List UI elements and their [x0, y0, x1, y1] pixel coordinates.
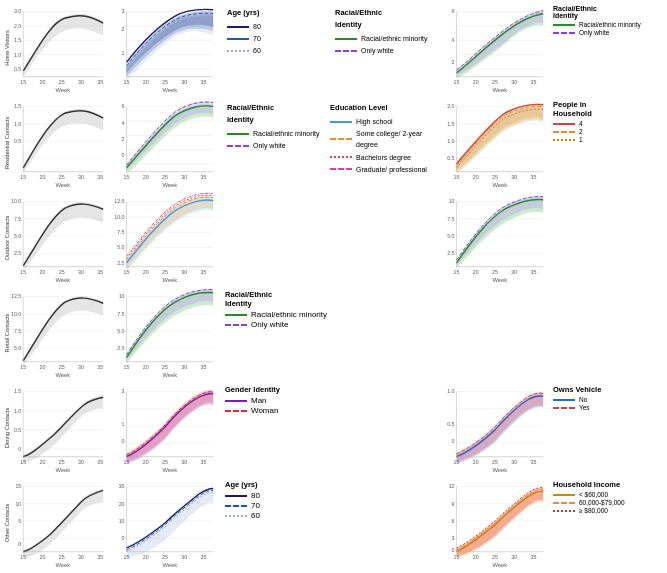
racial-legend-3-title: Racial/EthnicIdentity: [225, 290, 435, 308]
svg-text:12.5: 12.5: [114, 199, 124, 205]
svg-text:35: 35: [201, 79, 207, 85]
household-income-legend-title: Household Income: [553, 480, 664, 489]
svg-text:20: 20: [143, 269, 149, 275]
svg-text:25: 25: [492, 554, 498, 560]
legend-item-grad: Graduate/ professional: [330, 164, 433, 175]
svg-text:15: 15: [124, 269, 130, 275]
svg-text:30: 30: [78, 269, 84, 275]
svg-text:0.5: 0.5: [447, 155, 454, 161]
racial-identity-top-right-legend: Racial/EthnicIdentity Racial/ethnic mino…: [550, 0, 667, 95]
svg-text:1.0: 1.0: [447, 138, 454, 144]
svg-text:35: 35: [97, 459, 103, 465]
svg-text:20: 20: [473, 269, 479, 275]
svg-text:Week: Week: [55, 182, 70, 188]
racial-legend-1: Racial/EthnicIdentity Racial/ethnic mino…: [330, 2, 438, 60]
svg-text:20: 20: [40, 269, 46, 275]
svg-text:25: 25: [162, 79, 168, 85]
svg-text:25: 25: [492, 269, 498, 275]
svg-text:0: 0: [452, 438, 455, 444]
dining-vehicle-chart: 1.0 0.5 0 15 20 25 30 35 Week: [440, 380, 550, 475]
svg-text:1: 1: [122, 50, 125, 56]
residential-people-chart: 2.0 1.5 1.0 0.5 15 20 25 30 35 Week: [440, 95, 550, 190]
svg-text:20: 20: [40, 79, 46, 85]
legend-item-60-79k: 60,000-$79,000: [553, 499, 664, 506]
svg-text:15: 15: [454, 174, 460, 180]
row4-col4-empty: [440, 285, 550, 380]
home-visitors-racial-chart: 6 4 2 15 20 25 30 35 Week: [440, 0, 550, 95]
other-age-chart: 30 20 10 0 15 20 25 30 35 Week: [110, 475, 220, 570]
svg-text:20: 20: [40, 174, 46, 180]
svg-text:5.0: 5.0: [447, 233, 454, 239]
svg-text:2: 2: [452, 59, 455, 65]
row4-legend-area: Racial/EthnicIdentity Racial/ethnic mino…: [220, 285, 440, 380]
row3-col3-empty: [220, 190, 440, 285]
svg-text:15: 15: [20, 364, 26, 370]
svg-text:35: 35: [201, 269, 207, 275]
svg-text:30: 30: [511, 79, 517, 85]
svg-text:10.0: 10.0: [11, 311, 21, 317]
svg-text:20: 20: [143, 174, 149, 180]
svg-text:10: 10: [449, 199, 455, 205]
svg-text:1.0: 1.0: [14, 121, 21, 127]
svg-text:3: 3: [122, 389, 125, 395]
svg-text:25: 25: [162, 459, 168, 465]
legend-item-racial-minority-tr: Racial/ethnic minority: [553, 21, 664, 28]
svg-text:20: 20: [473, 459, 479, 465]
row3-col5-empty: [550, 190, 667, 285]
svg-text:2.5: 2.5: [447, 250, 454, 256]
svg-text:35: 35: [201, 459, 207, 465]
svg-text:30: 30: [119, 484, 125, 490]
svg-text:25: 25: [59, 174, 65, 180]
legend-item-bachelors: Bachelors degree: [330, 152, 433, 163]
legend-item-some-college: Some college/ 2-year degree: [330, 128, 433, 150]
main-grid: Home Visitors 3.0 2.0 1.5 1.0 0.5 15 20: [0, 0, 667, 573]
dining-gender-chart: 3 1 0 15 20 25 30 35 Week: [110, 380, 220, 475]
svg-text:2: 2: [122, 136, 125, 142]
svg-text:Week: Week: [55, 467, 70, 473]
svg-text:10.0: 10.0: [114, 214, 124, 220]
svg-text:30: 30: [78, 459, 84, 465]
svg-text:30: 30: [511, 269, 517, 275]
education-legend: Education Level High school Some college…: [325, 97, 438, 188]
legend-item-70-r6: 70: [225, 501, 435, 510]
svg-text:15: 15: [124, 459, 130, 465]
svg-text:30: 30: [78, 174, 84, 180]
row1-legend-area: Age (yrs) 80 70 60 Racial/EthnicIdentity…: [220, 0, 440, 95]
svg-text:0: 0: [452, 547, 455, 553]
svg-text:Residential Contacts: Residential Contacts: [4, 117, 10, 170]
svg-text:35: 35: [531, 174, 537, 180]
svg-text:15: 15: [20, 269, 26, 275]
age-legend: Age (yrs) 80 70 60: [222, 2, 330, 61]
legend-item-80-r6: 80: [225, 491, 435, 500]
svg-text:20: 20: [143, 554, 149, 560]
svg-text:7.5: 7.5: [14, 328, 21, 334]
svg-text:25: 25: [492, 174, 498, 180]
svg-text:20: 20: [473, 554, 479, 560]
svg-text:1.0: 1.0: [14, 408, 21, 414]
svg-text:0.5: 0.5: [14, 138, 21, 144]
svg-text:Week: Week: [492, 562, 507, 568]
legend-item-white-3: Only white: [225, 320, 435, 329]
svg-text:2.5: 2.5: [117, 260, 124, 266]
svg-text:15: 15: [20, 554, 26, 560]
svg-text:7.5: 7.5: [447, 216, 454, 222]
svg-text:Week: Week: [162, 467, 177, 473]
legend-item-only-white-1: Only white: [335, 45, 433, 56]
svg-text:15: 15: [124, 364, 130, 370]
svg-text:Week: Week: [162, 372, 177, 378]
svg-text:3: 3: [452, 535, 455, 541]
svg-text:15: 15: [124, 79, 130, 85]
svg-text:30: 30: [511, 174, 517, 180]
row4-col5-empty: [550, 285, 667, 380]
svg-text:4: 4: [452, 37, 455, 43]
svg-text:15: 15: [454, 554, 460, 560]
svg-text:4: 4: [122, 120, 125, 126]
svg-text:Week: Week: [55, 277, 70, 283]
svg-text:30: 30: [181, 79, 187, 85]
svg-text:0: 0: [18, 446, 21, 452]
svg-text:35: 35: [201, 174, 207, 180]
gender-legend-title: Gender Identity: [225, 385, 435, 394]
svg-text:1.0: 1.0: [447, 389, 454, 395]
legend-item-racial-minority-1: Racial/ethnic minority: [335, 33, 433, 44]
legend-item-white-2: Only white: [227, 140, 320, 151]
